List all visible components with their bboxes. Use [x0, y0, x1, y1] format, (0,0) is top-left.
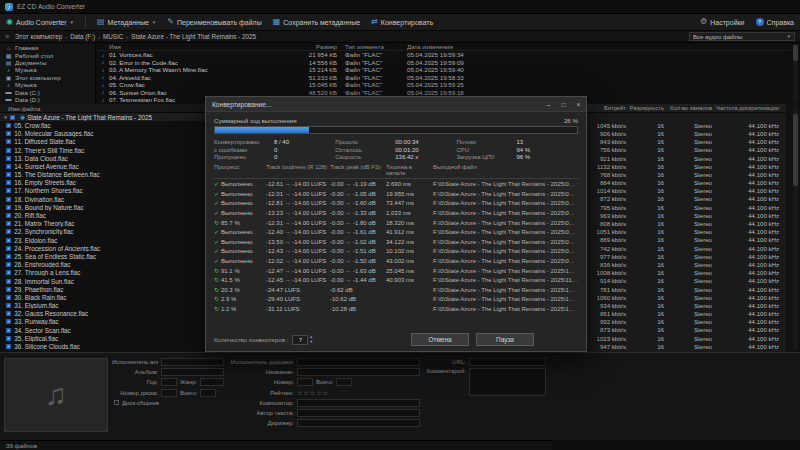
explorer-file-row[interactable]: ♪06. Sunset Orion.flac48 520 КБФайл "FLA… — [97, 89, 790, 97]
number-input[interactable] — [297, 378, 313, 386]
track-checkbox[interactable]: ✓ — [6, 279, 11, 284]
album-artist-input[interactable] — [161, 358, 224, 366]
step-down-icon[interactable]: ▼ — [309, 340, 313, 345]
conductor-input[interactable] — [297, 419, 420, 427]
track-checkbox[interactable]: ✓ — [6, 172, 11, 177]
save-metadata-button[interactable]: ▦ Сохранить метаданные — [273, 18, 360, 26]
audio-filter-select[interactable]: Все аудио файлы ▼ — [689, 32, 795, 41]
menu-icon[interactable]: ≡ — [5, 33, 9, 40]
column-date[interactable]: Дата изменения — [399, 43, 483, 50]
track-artist-input[interactable] — [297, 358, 420, 366]
converters-stepper[interactable]: ▲▼ — [309, 335, 313, 344]
rename-files-button[interactable]: ✎ Переименовывать файлы — [167, 18, 261, 26]
convert-button[interactable]: ⇄ Конвертировать — [371, 18, 433, 26]
explorer-file-row[interactable]: ♪04. Arkveld.flac51 233 КБФайл "FLAC"05.… — [97, 74, 790, 82]
album-input[interactable] — [161, 368, 224, 376]
track-checkbox[interactable]: ✓ — [6, 229, 11, 234]
column-size[interactable]: Размер — [287, 43, 337, 50]
sidebar-item-desktop[interactable]: ▦Рабочий стол — [0, 51, 95, 58]
track-checkbox[interactable]: ✓ — [6, 287, 11, 292]
track-checkbox[interactable]: ✓ — [6, 123, 11, 128]
explorer-file-row[interactable]: ♪02. Error in the Code.flac14 556 КБФайл… — [97, 59, 790, 67]
rating-stars[interactable]: ☆☆☆☆☆ — [297, 389, 329, 396]
disc-number-input[interactable] — [161, 389, 177, 397]
track-checkbox[interactable]: ✓ — [6, 131, 11, 136]
maximize-icon[interactable]: □ — [556, 97, 571, 112]
lyricist-input[interactable] — [297, 409, 420, 417]
help-button[interactable]: ? Справка — [756, 18, 794, 26]
track-checkbox[interactable]: ✓ — [6, 156, 11, 161]
metadata-menu[interactable]: ▤ Метаданные ▼ — [97, 18, 156, 26]
track-checkbox[interactable]: ✓ — [6, 197, 11, 202]
column-name[interactable]: Имя — [97, 43, 287, 50]
sidebar-item-documents[interactable]: ▤Документы — [0, 59, 95, 66]
track-checkbox[interactable]: ✓ — [6, 344, 11, 349]
explorer-file-row[interactable]: ♪05. Crow.flac15 045 КБФайл "FLAC"05.04.… — [97, 81, 790, 89]
sidebar-item-drive[interactable]: ▬Data (C:) — [0, 88, 95, 95]
track-checkbox[interactable]: ✓ — [6, 303, 11, 308]
breadcrumb-item[interactable]: State Azure - The Light That Remains - 2… — [131, 33, 256, 40]
track-checkbox[interactable]: ✓ — [6, 270, 11, 275]
drive-icon: ▬ — [5, 96, 12, 102]
track-checkbox[interactable]: ✓ — [6, 295, 11, 300]
album-art-placeholder[interactable]: ♫ — [4, 358, 108, 432]
disc-total-input[interactable] — [200, 389, 216, 397]
title-input[interactable] — [297, 368, 420, 376]
settings-button[interactable]: ⚙ Настройки — [700, 18, 745, 26]
pause-button[interactable]: Пауза — [476, 333, 534, 346]
track-checkbox[interactable]: ✓ — [6, 254, 11, 259]
track-checkbox[interactable]: ✓ — [6, 164, 11, 169]
track-checkbox[interactable]: ✓ — [6, 221, 11, 226]
stat: Прошло00:00:34 — [335, 139, 456, 145]
close-icon[interactable]: × — [571, 97, 586, 112]
sidebar-item-computer[interactable]: ▣Этот компьютер — [0, 74, 95, 81]
track-checkbox[interactable]: ✓ — [6, 336, 11, 341]
converters-count[interactable]: 7 — [292, 335, 308, 345]
breadcrumb-item[interactable]: Data (F:) — [70, 33, 95, 40]
scrollbar-thumb[interactable] — [793, 45, 798, 61]
composer-input[interactable] — [297, 399, 420, 407]
track-checkbox[interactable]: ✓ — [6, 205, 11, 210]
sidebar-item-home[interactable]: ⌂Главная — [0, 44, 95, 51]
compilation-checkbox[interactable] — [114, 400, 119, 405]
column-bit-depth[interactable]: Разрядность — [626, 105, 664, 111]
track-checkbox[interactable]: ✓ — [6, 262, 11, 267]
url-input[interactable] — [469, 358, 546, 366]
explorer-file-row[interactable]: ♪01. Vortices.flac21 954 КБФайл "FLAC"05… — [97, 51, 790, 59]
track-checkbox[interactable]: ✓ — [6, 319, 11, 324]
album-checkbox[interactable]: ✓ — [10, 115, 15, 120]
track-checkbox[interactable]: ✓ — [6, 238, 11, 243]
breadcrumb-item[interactable]: MUSIC — [103, 33, 123, 40]
track-fields-column: Исполнитель дорожки: Название: Номер:Все… — [228, 357, 420, 428]
column-filename[interactable]: Имя файла — [0, 105, 218, 112]
track-list-scrollbar[interactable] — [793, 105, 798, 350]
cancel-button[interactable]: Отмена — [411, 333, 469, 346]
loudness-cell: -12.47 → -14.00 LUFS — [266, 268, 330, 274]
done-icon: ✓ — [214, 248, 219, 254]
explorer-file-row[interactable]: ♪03. A Memory That Wasn't Mine.flac15 21… — [97, 66, 790, 74]
minimize-icon[interactable]: – — [541, 97, 556, 112]
track-checkbox[interactable]: ✓ — [6, 213, 11, 218]
genre-input[interactable] — [200, 378, 224, 386]
sidebar-item-drive[interactable]: ▬Data (D:) — [0, 96, 95, 103]
track-checkbox[interactable]: ✓ — [6, 148, 11, 153]
collapse-icon[interactable]: ▾ — [2, 114, 9, 120]
track-checkbox[interactable]: ✓ — [6, 188, 11, 193]
column-sample-rate[interactable]: Частота дискретизации — [712, 105, 783, 111]
number-total-input[interactable] — [336, 378, 352, 386]
track-checkbox[interactable]: ✓ — [6, 180, 11, 185]
year-input[interactable] — [161, 378, 177, 386]
column-channels[interactable]: Кол-во каналов — [664, 105, 712, 111]
sidebar-item-music[interactable]: ♪Музыка — [0, 66, 95, 73]
track-checkbox[interactable]: ✓ — [6, 246, 11, 251]
track-checkbox[interactable]: ✓ — [6, 139, 11, 144]
comment-input[interactable] — [469, 368, 546, 396]
breadcrumb-item[interactable]: Этот компьютер — [15, 33, 62, 40]
sidebar-item-music[interactable]: ♪Музыка — [0, 81, 95, 88]
track-checkbox[interactable]: ✓ — [6, 311, 11, 316]
audio-converter-menu[interactable]: ◉ Audio Converter ▼ — [6, 18, 74, 26]
track-checkbox[interactable]: ✓ — [6, 328, 11, 333]
column-type[interactable]: Тип элемента — [337, 43, 399, 50]
scrollbar-thumb[interactable] — [793, 114, 798, 186]
explorer-scrollbar[interactable] — [793, 44, 798, 103]
